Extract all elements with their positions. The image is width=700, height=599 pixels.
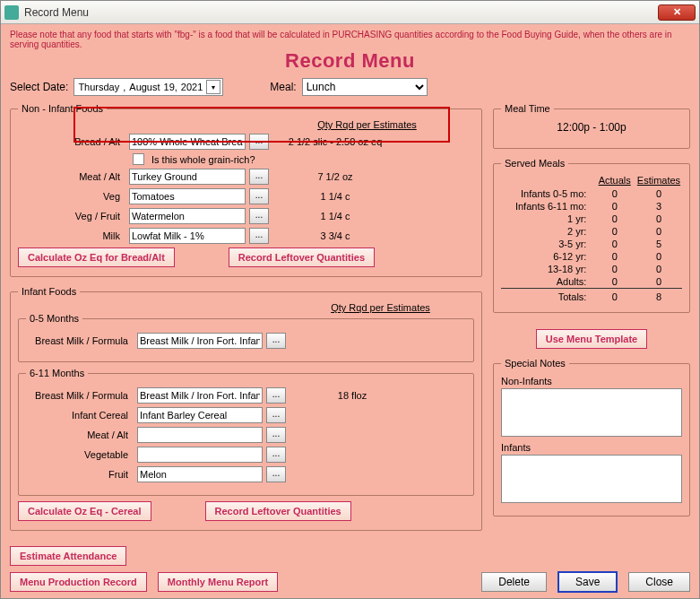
served-legend: Served Meals (501, 158, 568, 169)
served-meals-group: Served Meals ActualsEstimates Infants 0-… (493, 158, 690, 313)
page-title: Record Menu (10, 49, 690, 73)
vegfruit-qty: 1 1/4 c (272, 211, 398, 221)
calendar-icon[interactable]: ▾ (206, 80, 220, 94)
meat-qty: 7 1/2 oz (272, 171, 398, 182)
infveg-input[interactable] (137, 447, 263, 463)
vegfruit-browse-button[interactable]: ... (249, 208, 269, 224)
record-leftover-infant-button[interactable]: Record Leftover Quantities (205, 501, 351, 521)
calc-ozeq-bread-button[interactable]: Calculate Oz Eq for Bread/Alt (18, 247, 175, 267)
non-infant-foods-group: Non - Infant Foods Qty Rqd per Estimates… (10, 103, 482, 277)
served-row: 6-12 yr:00 (501, 250, 682, 263)
monthly-menu-report-button[interactable]: Monthly Menu Report (158, 572, 278, 592)
close-icon[interactable]: ✕ (658, 4, 696, 21)
qty-header-infant: Qty Rqd per Estimates (287, 302, 474, 313)
special-notes-group: Special Notes Non-Infants Infants (493, 358, 690, 517)
date-weekday: Thursday (76, 82, 121, 92)
window-title: Record Menu (24, 6, 658, 19)
served-row: Adults:00 (501, 275, 682, 289)
meal-time-value: 12:00p - 1:00p (501, 119, 682, 139)
cereal-browse-button[interactable]: ... (266, 407, 286, 423)
record-leftover-noninfant-button[interactable]: Record Leftover Quantities (229, 247, 375, 267)
served-row: Infants 6-11 mo:03 (501, 200, 682, 213)
infant-legend: Infant Foods (18, 286, 80, 297)
vegfruit-input[interactable] (129, 208, 246, 224)
veg-qty: 1 1/4 c (272, 191, 398, 202)
infants-notes-input[interactable] (501, 455, 682, 503)
special-notes-legend: Special Notes (501, 358, 569, 369)
meat-label: Meat / Alt (18, 171, 125, 182)
bf05-browse-button[interactable]: ... (266, 333, 286, 349)
save-button[interactable]: Save (557, 571, 618, 593)
served-row: 1 yr:00 (501, 213, 682, 225)
milk-input[interactable] (129, 228, 246, 244)
infveg-browse-button[interactable]: ... (266, 447, 286, 463)
select-date-label: Select Date: (10, 81, 68, 93)
actuals-header: Actuals (593, 174, 635, 187)
cereal-label: Infant Cereal (26, 410, 134, 421)
app-icon (4, 5, 19, 20)
m05-legend: 0-5 Months (26, 313, 82, 324)
bf05-input[interactable] (137, 333, 263, 349)
titlebar: Record Menu ✕ (1, 1, 699, 24)
meal-label: Meal: (270, 81, 296, 93)
close-button[interactable]: Close (628, 572, 690, 592)
infant-6-11-group: 6-11 Months Breast Milk / Formula ... 18… (18, 368, 474, 496)
meal-time-legend: Meal Time (501, 103, 554, 114)
milk-label: Milk (18, 230, 125, 241)
calc-ozeq-cereal-button[interactable]: Calculate Oz Eq - Cereal (18, 501, 151, 521)
noninfants-notes-label: Non-Infants (501, 376, 682, 386)
estimate-attendance-button[interactable]: Estimate Attendance (10, 546, 126, 566)
inffruit-input[interactable] (137, 466, 263, 482)
veg-input[interactable] (129, 188, 246, 204)
menu-production-record-button[interactable]: Menu Production Record (10, 572, 147, 592)
veg-label: Veg (18, 191, 125, 202)
served-totals-row: Totals:08 (501, 289, 682, 304)
infmeat-browse-button[interactable]: ... (266, 427, 286, 443)
bf05-label: Breast Milk / Formula (26, 335, 134, 346)
date-year: 2021 (179, 82, 204, 92)
infmeat-input[interactable] (137, 427, 263, 443)
whole-grain-label: Is this whole grain-rich? (151, 154, 255, 165)
bf611-qty: 18 floz (290, 390, 415, 401)
bf611-browse-button[interactable]: ... (266, 387, 286, 404)
infants-notes-label: Infants (501, 442, 682, 453)
served-row: Infants 0-5 mo:00 (501, 187, 682, 200)
infmeat-label: Meat / Alt (26, 430, 134, 440)
served-row: 13-18 yr:00 (501, 263, 682, 275)
purchasing-note: Please note that any food that starts wi… (10, 30, 690, 49)
inffruit-browse-button[interactable]: ... (266, 466, 286, 482)
infveg-label: Vegetable (26, 449, 134, 460)
date-month: August (127, 82, 161, 92)
meat-browse-button[interactable]: ... (249, 169, 269, 185)
meat-input[interactable] (129, 169, 246, 185)
bf611-label: Breast Milk / Formula (26, 390, 134, 401)
meal-select[interactable]: Lunch (302, 78, 428, 96)
served-row: 2 yr:00 (501, 225, 682, 238)
bf611-input[interactable] (137, 387, 263, 404)
meal-time-group: Meal Time 12:00p - 1:00p (493, 103, 690, 149)
estimates-header: Estimates (635, 174, 682, 187)
m611-legend: 6-11 Months (26, 368, 88, 378)
highlight-box (73, 107, 450, 143)
delete-button[interactable]: Delete (481, 572, 547, 592)
noninfants-notes-input[interactable] (501, 388, 682, 437)
milk-qty: 3 3/4 c (272, 230, 398, 241)
veg-browse-button[interactable]: ... (249, 188, 269, 204)
whole-grain-checkbox[interactable] (133, 153, 144, 165)
date-day: 19, (162, 82, 179, 92)
date-picker[interactable]: Thursday, August 19, 2021 ▾ (73, 78, 223, 96)
infant-foods-group: Infant Foods Qty Rqd per Estimates 0-5 M… (10, 286, 482, 531)
cereal-input[interactable] (137, 407, 263, 423)
vegfruit-label: Veg / Fruit (18, 211, 125, 221)
inffruit-label: Fruit (26, 469, 134, 480)
use-menu-template-button[interactable]: Use Menu Template (536, 329, 648, 349)
milk-browse-button[interactable]: ... (249, 228, 269, 244)
served-row: 3-5 yr:05 (501, 238, 682, 250)
infant-0-5-group: 0-5 Months Breast Milk / Formula ... (18, 313, 474, 362)
